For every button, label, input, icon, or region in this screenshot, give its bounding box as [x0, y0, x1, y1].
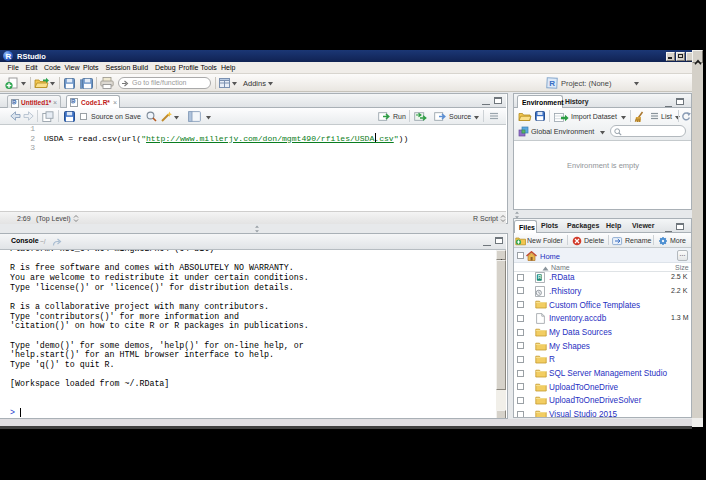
svg-text:R: R: [538, 274, 542, 280]
svg-text:R: R: [549, 79, 555, 88]
